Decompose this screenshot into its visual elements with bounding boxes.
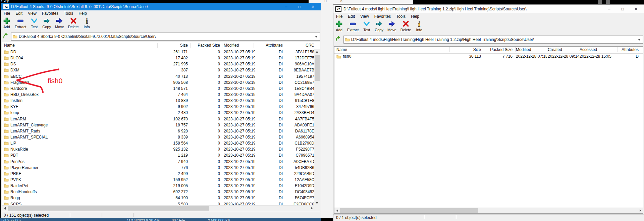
chevron-down-icon[interactable] <box>638 39 641 41</box>
column-header-name[interactable]: Name <box>336 47 447 53</box>
table-row[interactable]: InstInn13 88902023-10-27 05:19DI915CB1F8 <box>2 98 314 104</box>
table-row[interactable]: DD261 17102023-10-27 05:19DI3FA1E158 <box>2 49 314 55</box>
scroll-right-button[interactable] <box>638 208 643 213</box>
left-titlebar[interactable]: 7z D:\Fallout 4 Sborka 9-0 Otshelnik\Sex… <box>1 3 321 10</box>
table-row[interactable]: DLC0417 48202023-10-27 05:19DI172DEE75 <box>2 55 314 61</box>
add-button[interactable]: Add <box>334 19 344 32</box>
column-header-size[interactable]: Size <box>148 42 188 49</box>
column-header-crc[interactable]: CRC <box>285 42 314 49</box>
column-header-name[interactable]: Name <box>4 42 148 49</box>
menu-item-favorites[interactable]: Favorites <box>39 11 61 16</box>
menu-item-help[interactable]: Help <box>76 11 90 16</box>
add-button[interactable]: Add <box>2 16 12 29</box>
test-button[interactable]: Test <box>29 16 39 29</box>
scrollbar-thumb[interactable] <box>8 206 209 211</box>
copy-button[interactable]: Copy <box>374 19 384 32</box>
menu-item-favorites[interactable]: Favorites <box>372 14 393 19</box>
maximize-button[interactable]: □ <box>293 4 306 9</box>
menu-item-view[interactable]: View <box>358 14 372 19</box>
table-row[interactable]: PBT1 21902023-10-27 05:19DIC7996571 <box>2 152 314 158</box>
table-row[interactable]: KYF9 90202023-10-27 05:19DI34749796 <box>2 104 314 110</box>
table-row[interactable]: LenARMT_Cleavage18 75702023-10-27 05:19D… <box>2 122 314 128</box>
menu-item-file[interactable]: File <box>1 11 13 16</box>
menu-item-edit[interactable]: Edit <box>13 11 25 16</box>
extract-button[interactable]: Extract <box>14 16 27 29</box>
table-row[interactable]: LenARM102 67002023-10-27 05:19DI4A7FB4F5 <box>2 116 314 122</box>
cell-size: 2 499 <box>148 171 188 177</box>
cell-size: 159 952 <box>148 177 188 183</box>
row-name-label: DLC04 <box>10 55 23 61</box>
table-row[interactable]: Hardcore148 57102023-10-27 05:19DI1E8C4B… <box>2 86 314 92</box>
column-header-size[interactable]: Size <box>450 47 481 53</box>
column-header-modified[interactable]: Modified <box>224 42 255 49</box>
close-button[interactable]: ✕ <box>629 7 643 11</box>
scroll-right-button[interactable] <box>309 206 314 211</box>
right-horizontal-scrollbar[interactable] <box>334 208 643 213</box>
menu-item-tools[interactable]: Tools <box>393 14 408 19</box>
scrollbar-thumb[interactable] <box>340 208 478 213</box>
table-row[interactable]: DXM38702023-10-27 05:19DI8EBAAE7B <box>2 67 314 73</box>
left-address-field[interactable]: D:\Fallout 4 Sborka 9-0 Otshelnik\Sexfal… <box>11 33 320 41</box>
table-row[interactable]: LenARMT_Rads6 92802023-10-27 05:19DIDA61… <box>2 128 314 134</box>
info-button[interactable]: iInfo <box>414 19 424 32</box>
minimize-button[interactable]: – <box>279 4 293 9</box>
table-row[interactable]: PenPos7 94002023-10-27 05:19DIA0CFBA7D <box>2 159 314 165</box>
menu-item-file[interactable]: File <box>333 14 345 19</box>
move-button[interactable]: Move <box>386 19 397 32</box>
move-icon <box>55 17 63 25</box>
column-header-attributes[interactable]: Attributes <box>255 42 283 49</box>
left-vertical-scrollbar[interactable] <box>314 49 320 206</box>
test-button[interactable]: Test <box>362 19 372 32</box>
table-row[interactable]: PRKF2 49902023-10-27 05:19DI229CAB5D <box>2 171 314 177</box>
column-header-packed-size[interactable]: Packed Size <box>484 47 513 53</box>
close-button[interactable]: ✕ <box>306 4 320 9</box>
maximize-button[interactable]: □ <box>616 7 629 11</box>
delete-button[interactable]: Delete <box>399 19 412 32</box>
table-row[interactable]: Fragments905 56802023-10-27 05:19DICC216… <box>2 79 314 86</box>
table-row[interactable]: SCRS5 58302023-10-27 05:19DIE2ED0CC0 <box>2 201 314 206</box>
copy-button[interactable]: Copy <box>41 16 52 29</box>
right-titlebar[interactable]: 7z D:\Fallout 4 mods\HighHeelTraining\Hi… <box>333 5 644 13</box>
folder-icon <box>13 35 17 39</box>
scroll-up-button[interactable] <box>314 49 320 54</box>
row-name-label: fish0 <box>343 53 351 60</box>
right-address-field[interactable]: D:\Fallout 4 mods\HighHeelTraining\High … <box>343 36 643 44</box>
scrollbar-thumb[interactable] <box>315 55 320 81</box>
table-row[interactable]: EBCC40 71302023-10-27 05:19DI19574197 <box>2 73 314 79</box>
table-row[interactable]: LenARMT_SPECIAL8 33902023-10-27 05:19DIA… <box>2 134 314 140</box>
background-explorer-row: fall-9.7z.007 11/14/2023 9:20 AM 007 Fil… <box>0 218 321 221</box>
scroll-left-button[interactable] <box>334 208 340 213</box>
table-row[interactable]: RaiderPet219 00502023-10-27 05:19DIF1042… <box>2 183 314 189</box>
menu-item-tools[interactable]: Tools <box>61 11 76 16</box>
menu-item-view[interactable]: View <box>25 11 39 16</box>
table-row[interactable]: Rogg54 19002023-10-27 05:19DIF674FCE7 <box>2 195 314 201</box>
table-row[interactable]: lemp2 48002023-10-27 05:19DI2A33BED4 <box>2 110 314 116</box>
up-arrow-icon[interactable] <box>2 33 10 40</box>
column-header-created[interactable]: Created <box>548 47 579 53</box>
left-horizontal-scrollbar[interactable] <box>2 205 314 211</box>
table-row[interactable]: fish036 1137 7162022-12-28 07:182022-12-… <box>334 53 643 60</box>
table-row[interactable]: HBD_DressBox7 46402023-10-27 05:19DI9A4D… <box>2 92 314 98</box>
table-row[interactable]: DS271 99502023-10-27 05:19DI906AC10A <box>2 61 314 67</box>
move-button[interactable]: Move <box>54 16 65 29</box>
menu-item-edit[interactable]: Edit <box>345 14 358 19</box>
table-row[interactable]: LiP158 56402023-10-27 05:19DIC1B2790D <box>2 140 314 146</box>
cell-packed-size: 0 <box>192 177 220 183</box>
info-button[interactable]: iInfo <box>82 16 92 29</box>
table-row[interactable]: PlayerRenamer77602023-10-27 05:19DI54DB9… <box>2 165 314 171</box>
column-header-attributes[interactable]: Attributes <box>618 47 639 53</box>
menu-item-help[interactable]: Help <box>408 14 422 19</box>
extract-button[interactable]: Extract <box>346 19 360 32</box>
scroll-left-button[interactable] <box>2 206 7 211</box>
minimize-button[interactable]: – <box>602 7 616 11</box>
column-header-accessed[interactable]: Accessed <box>580 47 616 53</box>
table-row[interactable]: RealHandcuffs692 27202023-10-27 05:19DID… <box>2 189 314 195</box>
column-header-packed-size[interactable]: Packed Size <box>192 42 220 49</box>
scroll-down-button[interactable] <box>314 200 320 206</box>
up-arrow-icon[interactable] <box>335 36 342 43</box>
table-row[interactable]: PVPK159 95202023-10-27 05:19DI12AAF58C <box>2 177 314 183</box>
column-header-modified[interactable]: Modified <box>516 47 547 53</box>
delete-button[interactable]: Delete <box>67 16 80 29</box>
chevron-down-icon[interactable] <box>315 36 318 38</box>
table-row[interactable]: NukaRide925 13202023-10-27 05:19DIF52298… <box>2 146 314 152</box>
